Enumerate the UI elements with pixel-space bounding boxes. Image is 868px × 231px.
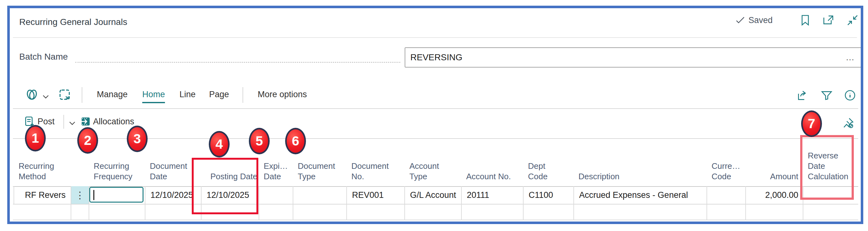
chevron-down-icon[interactable] [41, 92, 50, 101]
filter-icon[interactable] [820, 89, 833, 102]
col-header-currency-code[interactable]: Curre… Code [707, 140, 745, 186]
col-header-document-no[interactable]: Document No. [346, 140, 404, 186]
batch-name-label: Batch Name [19, 52, 68, 62]
info-icon[interactable] [844, 89, 856, 102]
menu-page[interactable]: Page [209, 90, 229, 99]
text-caret [93, 190, 94, 200]
edit-list-icon[interactable] [58, 88, 71, 102]
col-header-dept-code[interactable]: Dept Code [523, 140, 574, 186]
batch-name-field[interactable]: REVERSING … [405, 47, 861, 67]
ribbon-divider [82, 87, 82, 103]
cell-account-type[interactable]: G/L Account [404, 186, 461, 204]
batch-name-lookup-button[interactable]: … [846, 52, 855, 62]
empty-cell[interactable] [259, 204, 293, 220]
page-title: Recurring General Journals [19, 17, 127, 27]
callout-balloon-4: 4 [209, 131, 229, 157]
cell-description[interactable]: Accrued Expenses - General [574, 186, 707, 204]
menu-more-options[interactable]: More options [258, 90, 307, 99]
empty-cell[interactable] [707, 204, 745, 220]
callout-balloon-6: 6 [285, 128, 306, 154]
collapse-icon[interactable] [846, 14, 860, 27]
posting-date-highlight-box [192, 158, 258, 214]
cell-document-type[interactable] [293, 186, 346, 204]
callout-balloon-7: 7 [801, 111, 822, 137]
post-split-divider [63, 115, 64, 129]
callout-balloon-5: 5 [249, 128, 270, 154]
col-header-amount[interactable]: Amount [745, 140, 803, 186]
row-menu-button[interactable]: ⋮ [71, 186, 89, 204]
col-header-account-type[interactable]: Account Type [404, 140, 461, 186]
cell-recurring-method[interactable]: RF Revers [13, 186, 71, 204]
cell-amount[interactable]: 2,000.00 [745, 186, 803, 204]
title-divider [13, 37, 857, 38]
save-status: Saved [735, 15, 773, 25]
chevron-down-icon[interactable] [68, 119, 76, 127]
cell-account-no[interactable]: 20111 [461, 186, 523, 204]
empty-cell[interactable] [293, 204, 346, 220]
col-header-description[interactable]: Description [574, 140, 707, 186]
share-icon[interactable] [797, 89, 809, 102]
allocations-button[interactable]: Allocations [93, 117, 134, 126]
empty-cell[interactable] [404, 204, 461, 220]
dotted-leader [75, 62, 400, 63]
menu-manage[interactable]: Manage [97, 90, 128, 99]
callout-balloon-2: 2 [77, 127, 98, 154]
allocations-icon[interactable] [79, 115, 91, 127]
empty-cell[interactable] [523, 204, 574, 220]
bookmark-icon[interactable] [799, 14, 812, 27]
reverse-date-calculation-highlight-box [800, 135, 854, 200]
empty-cell[interactable] [89, 204, 145, 220]
cell-dept-code[interactable]: C1100 [523, 186, 574, 204]
empty-cell[interactable] [803, 204, 863, 220]
callout-balloon-3: 3 [127, 125, 148, 152]
save-status-label: Saved [748, 16, 773, 25]
ribbon-main: Manage Home Line Page More options [10, 85, 861, 108]
empty-cell[interactable] [71, 204, 89, 220]
ribbon-bottom-divider [13, 108, 858, 109]
cell-expiration-date[interactable] [259, 186, 293, 204]
cell-document-no[interactable]: REV001 [346, 186, 404, 204]
ribbon-divider [243, 87, 243, 103]
unpin-icon[interactable] [842, 117, 855, 129]
recurring-frequency-input[interactable] [89, 187, 144, 203]
empty-cell[interactable] [346, 204, 404, 220]
cell-currency-code[interactable] [707, 186, 745, 204]
menu-line[interactable]: Line [180, 90, 195, 99]
batch-name-value[interactable]: REVERSING [410, 52, 846, 62]
check-icon [735, 15, 745, 25]
post-button[interactable]: Post [37, 117, 55, 126]
callout-balloon-1: 1 [25, 125, 46, 151]
menu-home[interactable]: Home [142, 90, 165, 103]
col-header-account-no[interactable]: Account No. [461, 140, 523, 186]
journal-views-icon[interactable] [25, 88, 39, 102]
open-in-new-window-icon[interactable] [822, 14, 836, 27]
recurring-general-journals-window: Recurring General Journals Saved Batch N… [7, 6, 863, 224]
empty-cell[interactable] [574, 204, 707, 220]
empty-cell[interactable] [745, 204, 803, 220]
empty-cell[interactable] [461, 204, 523, 220]
